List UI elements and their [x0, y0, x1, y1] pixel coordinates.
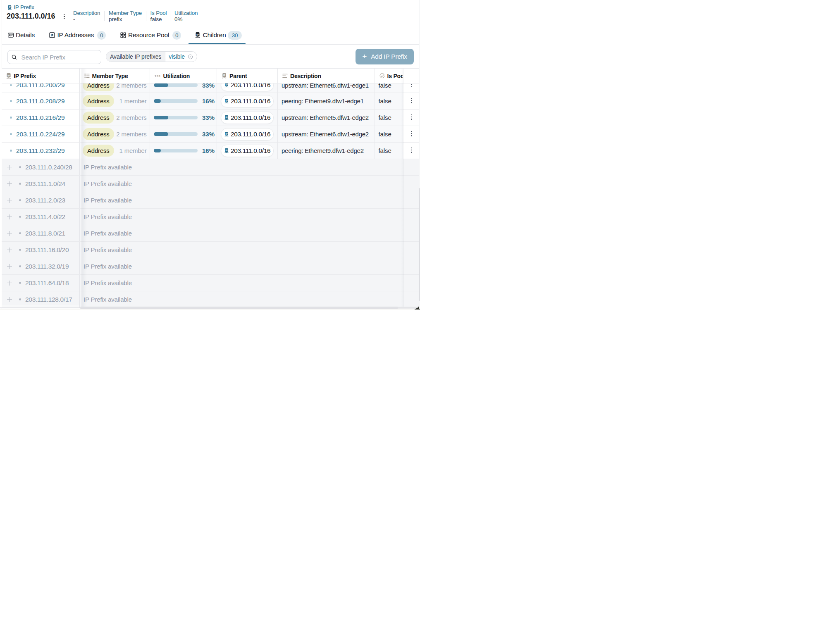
- svg-text:IP: IP: [225, 149, 227, 151]
- svg-text:IP: IP: [9, 6, 11, 8]
- svg-text:IP: IP: [225, 99, 227, 102]
- svg-text:IP: IP: [225, 83, 227, 86]
- svg-text:IP: IP: [225, 116, 227, 118]
- svg-text:IP: IP: [196, 33, 198, 36]
- svg-text:123: 123: [154, 74, 160, 78]
- svg-text:IP: IP: [225, 132, 227, 135]
- svg-text:IP: IP: [7, 74, 10, 76]
- svg-text:IP: IP: [223, 74, 225, 76]
- svg-text:IP: IP: [51, 34, 54, 37]
